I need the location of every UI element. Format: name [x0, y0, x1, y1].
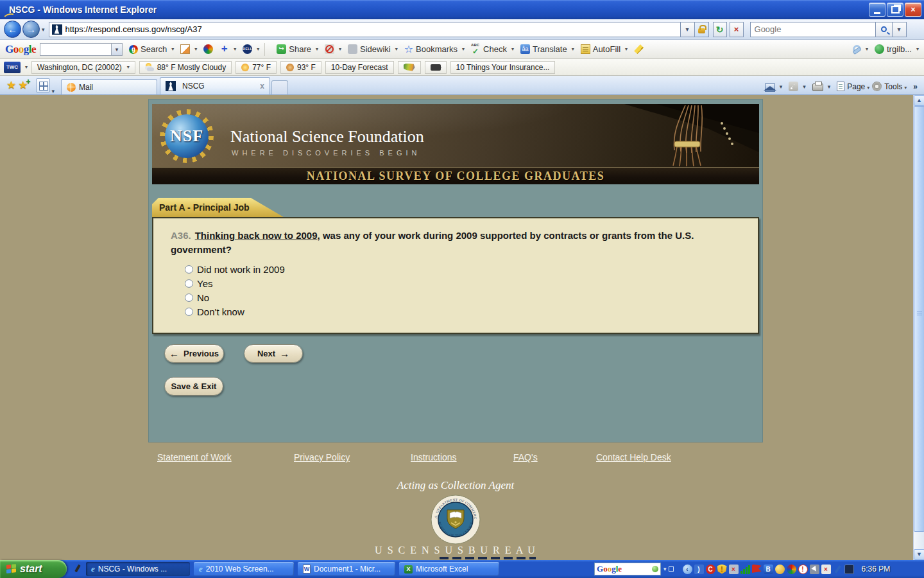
tray-collapse-icon[interactable]: ‹: [683, 565, 692, 574]
tray-key-icon[interactable]: [775, 565, 785, 574]
news-headline-link[interactable]: 10 Things Your Insurance...: [450, 61, 556, 74]
ie-search-input[interactable]: [750, 22, 876, 37]
google-search-button[interactable]: Search: [129, 44, 174, 54]
tab-nscg-active[interactable]: NSCGx: [160, 77, 270, 94]
option-dont-know[interactable]: Don't know: [185, 305, 742, 319]
google-search-dropdown[interactable]: ▾: [112, 43, 123, 56]
map-button[interactable]: [398, 61, 421, 74]
forward-button[interactable]: →: [22, 21, 40, 38]
search-options-button[interactable]: ▾: [893, 22, 907, 37]
bookmarks-button[interactable]: ☆Bookmarks: [404, 44, 465, 54]
google-desktop-dropdown[interactable]: ▾: [663, 566, 667, 572]
task-word[interactable]: WDocument1 - Micr...: [298, 562, 395, 576]
url-box[interactable]: https://respond.census.gov/nscg/A37: [49, 22, 681, 37]
rss-feed-icon[interactable]: [789, 82, 798, 91]
location-selector[interactable]: Washington, DC (20002): [31, 61, 135, 74]
radio-icon[interactable]: [185, 308, 193, 316]
add-tool-button[interactable]: +: [219, 44, 236, 54]
highlighter-button[interactable]: [634, 44, 644, 54]
print-icon[interactable]: [812, 83, 823, 91]
link-contact-help-desk[interactable]: Contact Help Desk: [596, 452, 671, 462]
scrollbar-thumb[interactable]: [914, 106, 924, 532]
option-no[interactable]: No: [185, 291, 742, 305]
toolbar-settings-button[interactable]: [851, 44, 868, 54]
tray-alert-icon[interactable]: !: [798, 565, 808, 574]
history-dropdown-icon[interactable]: ▾: [42, 26, 45, 33]
minimize-button[interactable]: [869, 3, 886, 17]
feed-dropdown[interactable]: ▾: [803, 83, 806, 90]
forecast-button[interactable]: 10-Day Forecast: [325, 61, 394, 74]
tray-flag-icon[interactable]: [752, 565, 762, 574]
add-favorite-button[interactable]: ★: [18, 78, 28, 92]
tray-x-tool-icon[interactable]: ×: [821, 565, 831, 574]
tray-signal-strength-icon[interactable]: [740, 565, 750, 574]
refresh-button[interactable]: ↻: [713, 22, 727, 37]
ssl-lock-button[interactable]: [695, 22, 709, 37]
window-titlebar[interactable]: NSCG - Windows Internet Explorer ×: [0, 0, 924, 19]
previous-button[interactable]: Previous: [164, 344, 224, 363]
task-nscg[interactable]: eNSCG - Windows ...: [86, 562, 190, 576]
tray-network-disconnected-icon[interactable]: ×: [729, 565, 739, 574]
page-menu-icon[interactable]: [837, 82, 844, 91]
google-desktop-toggle[interactable]: [669, 566, 674, 572]
next-button[interactable]: Next: [244, 344, 303, 363]
restore-button[interactable]: [887, 3, 903, 17]
twc-menu-button[interactable]: TWC: [4, 62, 28, 73]
tools-menu-button[interactable]: Tools: [884, 82, 907, 91]
sidewiki-button[interactable]: Sidewiki: [348, 44, 398, 54]
taskbar-clock[interactable]: 6:36 PM: [862, 565, 891, 574]
tray-pen-icon[interactable]: [833, 565, 843, 574]
tray-security-shield-icon[interactable]: !: [717, 565, 727, 574]
tab-close-icon[interactable]: x: [260, 82, 264, 91]
print-dropdown[interactable]: ▾: [828, 83, 831, 90]
translate-button[interactable]: åaTranslate: [520, 44, 574, 54]
back-button[interactable]: ←: [4, 21, 21, 38]
scroll-up-button[interactable]: ▲: [914, 95, 924, 106]
quick-launch-pen-icon[interactable]: [74, 565, 82, 574]
close-button[interactable]: ×: [905, 3, 921, 17]
tray-bluetooth-icon[interactable]: B: [764, 565, 773, 574]
gear-icon[interactable]: [872, 82, 882, 91]
popup-blocker-button[interactable]: [325, 44, 341, 54]
url-text[interactable]: https://respond.census.gov/nscg/A37: [65, 24, 202, 34]
toolbar-overflow-icon[interactable]: »: [913, 82, 918, 91]
stop-button[interactable]: ×: [730, 22, 744, 37]
link-instructions[interactable]: Instructions: [411, 452, 457, 462]
option-yes[interactable]: Yes: [185, 277, 742, 291]
tray-network-activity-icon[interactable]: ): [694, 565, 704, 574]
tray-mouse-icon[interactable]: [810, 565, 819, 574]
radio-icon[interactable]: [185, 279, 193, 288]
vertical-scrollbar[interactable]: ▲ ▼: [913, 95, 924, 560]
link-statement-of-work[interactable]: Statement of Work: [157, 452, 232, 462]
video-button[interactable]: [425, 61, 447, 74]
url-dropdown-button[interactable]: ▾: [681, 22, 695, 37]
link-privacy-policy[interactable]: Privacy Policy: [294, 452, 350, 462]
tab-mail[interactable]: Mail: [61, 79, 157, 94]
tray-picasa-icon[interactable]: [787, 565, 796, 574]
share-button[interactable]: ↪Share: [277, 44, 318, 54]
tab-list-dropdown[interactable]: ▾: [52, 88, 55, 94]
news-tool-button[interactable]: [180, 44, 197, 54]
google-desktop-search[interactable]: Google: [594, 563, 661, 575]
link-faqs[interactable]: FAQ's: [513, 452, 538, 462]
scroll-down-button[interactable]: ▼: [914, 549, 924, 560]
home-dropdown[interactable]: ▾: [780, 83, 783, 90]
task-excel[interactable]: XMicrosoft Excel: [399, 562, 499, 576]
swirl-tool-button[interactable]: [203, 44, 213, 54]
start-button[interactable]: start: [0, 560, 67, 578]
spellcheck-button[interactable]: Check: [471, 44, 514, 54]
tray-display-icon[interactable]: [844, 565, 854, 574]
autofill-button[interactable]: AutoFill: [581, 44, 628, 54]
tray-red-c-icon[interactable]: C: [706, 565, 715, 574]
task-web-screen[interactable]: e2010 Web Screen...: [194, 562, 294, 576]
home-icon[interactable]: [765, 83, 775, 92]
page-menu-button[interactable]: Page: [847, 82, 869, 91]
option-did-not-work[interactable]: Did not work in 2009: [185, 263, 742, 277]
search-go-button[interactable]: [876, 22, 893, 37]
google-search-input[interactable]: [40, 43, 112, 56]
radio-icon[interactable]: [185, 293, 193, 302]
account-button[interactable]: trgilb...: [875, 44, 919, 54]
quick-tabs-button[interactable]: [36, 78, 50, 92]
dell-tool-button[interactable]: DELL: [243, 44, 259, 54]
new-tab-stub[interactable]: [271, 80, 288, 94]
